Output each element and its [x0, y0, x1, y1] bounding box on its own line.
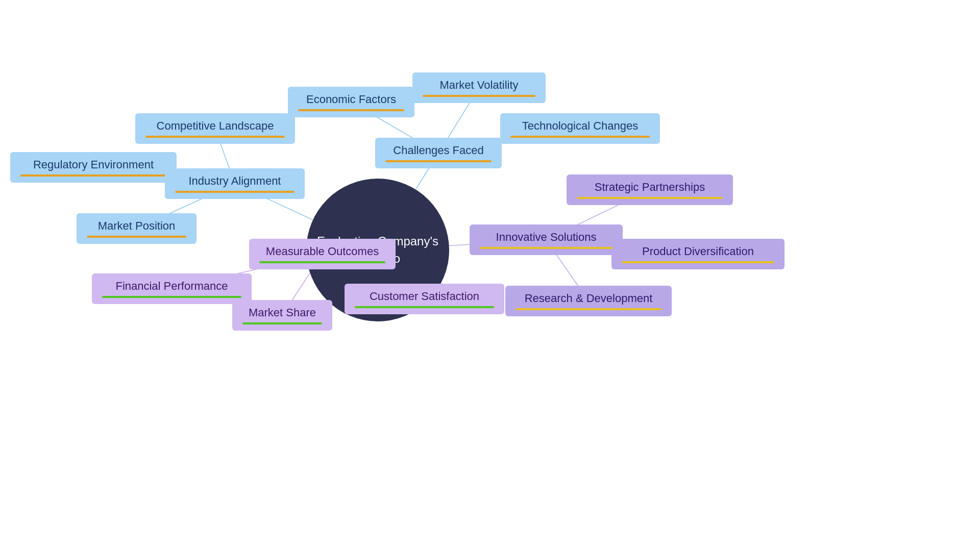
market-volatility-label: Market Volatility	[439, 79, 518, 91]
measurable-outcomes-label: Measurable Outcomes	[266, 245, 379, 258]
economic-factors: Economic Factors	[288, 87, 414, 117]
financial-performance-label: Financial Performance	[115, 280, 228, 292]
industry-alignment-label: Industry Alignment	[189, 174, 281, 187]
market-position: Market Position	[77, 213, 197, 244]
challenges-faced-label: Challenges Faced	[393, 144, 483, 157]
competitive-landscape-label: Competitive Landscape	[157, 119, 274, 132]
innovative-solutions: Innovative Solutions	[470, 224, 623, 255]
economic-factors-label: Economic Factors	[306, 93, 396, 106]
research-development-label: Research & Development	[525, 292, 653, 305]
industry-alignment: Industry Alignment	[165, 168, 305, 199]
market-position-label: Market Position	[98, 219, 176, 232]
product-diversification: Product Diversification	[611, 239, 785, 269]
market-share: Market Share	[232, 300, 332, 331]
market-volatility: Market Volatility	[412, 72, 546, 103]
strategic-partnerships: Strategic Partnerships	[567, 174, 733, 205]
innovative-solutions-label: Innovative Solutions	[496, 231, 597, 243]
competitive-landscape: Competitive Landscape	[135, 113, 295, 144]
market-share-label: Market Share	[249, 306, 316, 319]
measurable-outcomes: Measurable Outcomes	[249, 239, 396, 269]
regulatory-environment-label: Regulatory Environment	[33, 158, 154, 171]
customer-satisfaction: Customer Satisfaction	[345, 284, 504, 314]
financial-performance: Financial Performance	[92, 273, 252, 304]
regulatory-environment: Regulatory Environment	[10, 152, 177, 183]
technological-changes: Technological Changes	[500, 113, 660, 144]
research-development: Research & Development	[505, 286, 672, 316]
product-diversification-label: Product Diversification	[642, 245, 754, 258]
technological-changes-label: Technological Changes	[522, 119, 639, 132]
challenges-faced: Challenges Faced	[375, 138, 502, 168]
customer-satisfaction-label: Customer Satisfaction	[370, 290, 479, 303]
strategic-partnerships-label: Strategic Partnerships	[595, 181, 705, 193]
